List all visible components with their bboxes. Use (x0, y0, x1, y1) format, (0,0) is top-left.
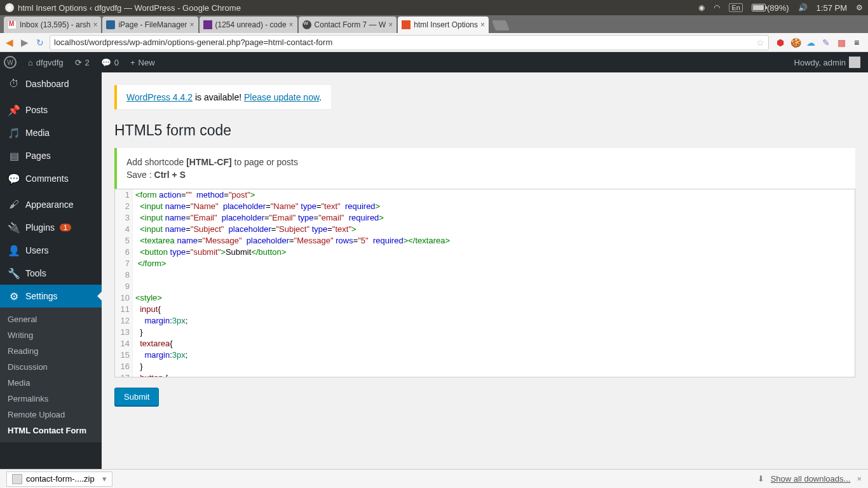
chevron-down-icon[interactable]: ▾ (102, 474, 107, 484)
update-nag: WordPress 4.4.2 is available! Please upd… (114, 85, 331, 109)
update-now-link[interactable]: Please update now (244, 92, 319, 102)
updates-link[interactable]: ⟳2 (75, 58, 90, 67)
sidebar-item-appearance[interactable]: 🖌Appearance (0, 193, 102, 216)
clock[interactable]: 1:57 PM (817, 3, 847, 13)
address-bar[interactable]: localhost/wordpress/wp-admin/options-gen… (50, 35, 769, 50)
media-icon: 🎵 (8, 126, 20, 139)
line-gutter: 1234567891011121314151617 (115, 189, 133, 377)
comments-link[interactable]: 💬0 (101, 58, 119, 67)
ipage-icon (106, 20, 115, 29)
gmail-icon (8, 20, 17, 29)
comment-icon: 💬 (8, 172, 20, 185)
subitem-remote-upload[interactable]: Remote Upload (0, 407, 102, 423)
wp-admin-sidebar: ⏱Dashboard 📌Posts 🎵Media ▤Pages 💬Comment… (0, 72, 102, 469)
comment-icon: 💬 (101, 58, 111, 67)
show-all-downloads-link[interactable]: Show all downloads... (771, 474, 851, 484)
new-content-link[interactable]: +New (130, 58, 155, 67)
forward-button: ▶ (19, 37, 31, 48)
wp-version-link[interactable]: WordPress 4.4.2 (126, 92, 193, 102)
download-item[interactable]: contact-form-....zip ▾ (6, 471, 112, 487)
feather-icon[interactable]: ✎ (821, 37, 831, 48)
sidebar-item-settings[interactable]: ⚙Settings (0, 285, 102, 308)
reload-button[interactable]: ↻ (34, 37, 46, 48)
subitem-media[interactable]: Media (0, 375, 102, 391)
browser-tab-strip: Inbox (13,595) - arsh× iPage - FileManag… (0, 15, 868, 33)
browser-toolbar: ◀ ▶ ↻ localhost/wordpress/wp-admin/optio… (0, 33, 868, 52)
tab-html-insert-options[interactable]: html Insert Options× (398, 17, 489, 33)
html-icon (402, 20, 410, 29)
volume-icon[interactable]: 🔊 (798, 3, 808, 12)
info-notice: Add shortcode [HTML-CF] to page or posts… (114, 148, 855, 189)
subitem-html-contact-form[interactable]: HTML Contact Form (0, 423, 102, 438)
avatar (849, 57, 860, 68)
code-editor[interactable]: 1234567891011121314151617 <form action="… (114, 189, 855, 377)
back-button[interactable]: ◀ (4, 37, 15, 48)
download-shelf: contact-form-....zip ▾ ⬇ Show all downlo… (0, 469, 868, 488)
download-arrow-icon: ⬇ (757, 474, 764, 484)
submit-button[interactable]: Submit (114, 388, 159, 406)
close-icon[interactable]: × (388, 20, 393, 29)
sidebar-item-dashboard[interactable]: ⏱Dashboard (0, 72, 102, 95)
close-icon[interactable]: × (480, 20, 485, 29)
plug-icon: 🔌 (8, 221, 20, 234)
window-title: html Insert Options ‹ dfgvdfg — WordPres… (18, 3, 241, 13)
system-gear-icon[interactable]: ⚙ (856, 3, 863, 12)
wordpress-logo-icon[interactable]: W (4, 56, 17, 69)
subitem-discussion[interactable]: Discussion (0, 359, 102, 375)
pin-icon: 📌 (8, 104, 20, 116)
subitem-reading[interactable]: Reading (0, 343, 102, 359)
wp-content-area: WordPress 4.4.2 is available! Please upd… (102, 72, 868, 469)
extension-icons: ⬢ 🍪 ☁ ✎ ▦ ≡ (773, 37, 864, 48)
cloud-icon[interactable]: ☁ (806, 37, 816, 48)
page-icon: ▤ (8, 149, 20, 162)
sidebar-item-posts[interactable]: 📌Posts (0, 98, 102, 121)
chrome-menu-icon[interactable]: ≡ (851, 37, 862, 48)
sidebar-item-pages[interactable]: ▤Pages (0, 144, 102, 167)
os-top-bar: html Insert Options ‹ dfgvdfg — WordPres… (0, 0, 868, 15)
settings-submenu: General Writing Reading Discussion Media… (0, 308, 102, 442)
new-tab-button[interactable] (492, 20, 510, 30)
howdy-account[interactable]: Howdy, admin (794, 57, 860, 68)
language-indicator[interactable]: En (729, 3, 742, 12)
sidebar-item-plugins[interactable]: 🔌Plugins 1 (0, 216, 102, 239)
yahoo-icon (203, 20, 212, 29)
code-lines[interactable]: <form action="" method="post"> <input na… (135, 189, 855, 377)
battery-icon (752, 4, 766, 11)
sidebar-item-users[interactable]: 👤Users (0, 239, 102, 262)
site-name-link[interactable]: ⌂dfgvdfg (28, 58, 64, 67)
sliders-icon: ⚙ (8, 290, 20, 302)
file-icon (12, 474, 22, 484)
sidebar-item-tools[interactable]: 🔧Tools (0, 262, 102, 285)
adblock-icon[interactable]: ⬢ (775, 37, 785, 48)
tab-yahoo[interactable]: (1254 unread) - code× (200, 17, 297, 33)
subitem-general[interactable]: General (0, 311, 102, 327)
dashboard-icon: ⏱ (8, 78, 20, 90)
tab-gmail[interactable]: Inbox (13,595) - arsh× (4, 17, 101, 33)
update-icon: ⟳ (75, 58, 82, 67)
wordpress-icon (302, 20, 311, 29)
sidebar-item-comments[interactable]: 💬Comments (0, 167, 102, 190)
chrome-app-icon (5, 3, 14, 12)
brush-icon: 🖌 (8, 198, 20, 211)
close-icon[interactable]: × (289, 20, 294, 29)
battery-indicator[interactable]: (89%) (752, 3, 789, 13)
tab-ipage[interactable]: iPage - FileManager× (102, 17, 198, 33)
plugins-update-badge: 1 (60, 224, 71, 231)
grid-ext-icon[interactable]: ▦ (836, 37, 846, 48)
close-icon[interactable]: × (189, 20, 194, 29)
user-icon: 👤 (8, 244, 20, 257)
wifi-icon[interactable]: ◠ (714, 3, 720, 12)
chrome-indicator-icon[interactable]: ◉ (698, 3, 705, 12)
subitem-permalinks[interactable]: Permalinks (0, 391, 102, 407)
wp-admin-bar: W ⌂dfgvdfg ⟳2 💬0 +New Howdy, admin (0, 52, 868, 72)
cookie-icon[interactable]: 🍪 (790, 37, 801, 48)
wrench-icon: 🔧 (8, 267, 20, 280)
tab-contact-form-7[interactable]: Contact Form 7 — W× (299, 17, 397, 33)
close-icon[interactable]: × (93, 20, 97, 29)
sidebar-item-media[interactable]: 🎵Media (0, 121, 102, 144)
subitem-writing[interactable]: Writing (0, 327, 102, 343)
plus-icon: + (130, 58, 135, 67)
page-title: HTML5 form code (114, 122, 855, 139)
bookmark-star-icon[interactable]: ☆ (756, 37, 764, 48)
close-shelf-button[interactable]: × (857, 474, 862, 484)
